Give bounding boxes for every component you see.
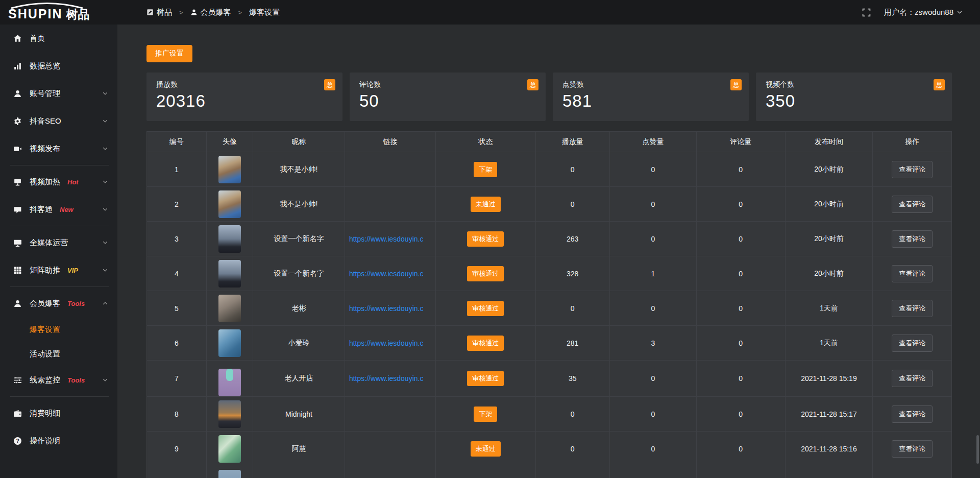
stat-card-label: 视频个数: [766, 80, 942, 89]
column-header: 头像: [206, 132, 253, 152]
sidebar-item-video-heat[interactable]: 视频加热 Hot: [0, 168, 117, 196]
view-comments-button[interactable]: 查看评论: [892, 230, 933, 248]
row-link[interactable]: https://www.iesdouyin.c: [349, 270, 424, 278]
stat-cards: 播放数 总 20316 评论数 总 50 点赞数 总 581 视频个数 总 35…: [146, 73, 952, 121]
sidebar-item-douketong[interactable]: 抖客通 New: [0, 196, 117, 223]
stat-card-label: 播放数: [156, 80, 333, 89]
stat-card-value: 20316: [156, 91, 333, 111]
status-badge: 未通过: [471, 441, 501, 457]
row-time: 20小时前: [785, 256, 873, 291]
stat-card-value: 350: [766, 91, 942, 111]
avatar: [218, 190, 241, 218]
sidebar-subitem-activity-settings[interactable]: 活动设置: [0, 342, 117, 366]
view-comments-button[interactable]: 查看评论: [892, 161, 933, 178]
row-plays: 263: [535, 222, 609, 256]
row-plays: 35: [535, 361, 609, 397]
status-badge: 下架: [474, 407, 497, 422]
chat-icon: [13, 205, 22, 214]
sidebar-item-video-publish[interactable]: 视频发布: [0, 135, 117, 162]
avatar: [218, 470, 241, 478]
row-link[interactable]: https://www.iesdouyin.c: [349, 304, 424, 313]
row-likes: [609, 466, 696, 478]
breadcrumb-item[interactable]: 树品: [146, 8, 172, 17]
row-comments: [697, 466, 785, 478]
row-link[interactable]: https://www.iesdouyin.c: [349, 339, 424, 347]
row-link[interactable]: https://www.iesdouyin.c: [349, 374, 424, 383]
row-likes: 0: [609, 432, 696, 466]
screen-icon: [13, 177, 22, 186]
video-icon: [13, 144, 22, 153]
row-likes: 0: [609, 397, 696, 432]
avatar: [218, 369, 241, 396]
sidebar-item-consumption-detail[interactable]: 消费明细: [0, 399, 117, 427]
stat-card-value: 581: [562, 91, 739, 111]
avatar: [218, 225, 241, 253]
row-id: 1: [147, 152, 207, 187]
table-row: 2 我不是小帅! 未通过 0 0 0 20小时前 查看评论: [147, 187, 952, 222]
row-link[interactable]: https://www.iesdouyin.c: [349, 235, 424, 243]
row-comments: 0: [697, 187, 785, 222]
sidebar-subitem-baoke-settings[interactable]: 爆客设置: [0, 317, 117, 342]
row-plays: 281: [535, 326, 609, 361]
view-comments-button[interactable]: 查看评论: [892, 405, 933, 423]
row-time: 2021-11-28 15:16: [785, 432, 873, 466]
sidebar-item-badge: VIP: [67, 267, 78, 274]
logo-zone: SHUPIN 树品: [0, 0, 117, 25]
row-likes: 0: [609, 291, 696, 326]
view-comments-button[interactable]: 查看评论: [892, 440, 933, 458]
sidebar-item-member-baoke[interactable]: 会员爆客 Tools: [0, 290, 117, 317]
stat-card-value: 50: [359, 91, 536, 111]
row-likes: 0: [609, 361, 696, 397]
status-badge: 审核通过: [467, 336, 504, 351]
table-row: 5 老彬 https://www.iesdouyin.c 审核通过 0 0 0 …: [147, 291, 952, 326]
column-header: 评论量: [697, 132, 785, 152]
view-comments-button[interactable]: 查看评论: [892, 300, 933, 317]
status-badge: 未通过: [471, 197, 501, 212]
sliders-icon: [13, 375, 22, 385]
fullscreen-icon[interactable]: [862, 8, 871, 17]
user-icon: [190, 9, 198, 16]
sidebar-item-badge: Tools: [67, 300, 85, 307]
row-nickname: 设置一个新名字: [253, 256, 345, 291]
view-comments-button[interactable]: 查看评论: [892, 265, 933, 282]
chevron-down-icon: [957, 9, 963, 15]
row-plays: 0: [535, 291, 609, 326]
sidebar-item-label: 账号管理: [30, 89, 60, 99]
promotion-settings-button[interactable]: 推广设置: [146, 45, 192, 62]
username-menu[interactable]: 用户名：zswodun88: [884, 8, 963, 17]
view-comments-button[interactable]: 查看评论: [892, 370, 933, 387]
view-comments-button[interactable]: 查看评论: [892, 196, 933, 213]
table-row: 9 阿慧 未通过 0 0 0 2021-11-28 15:16 查看评论: [147, 432, 952, 466]
row-comments: 0: [697, 152, 785, 187]
row-id: 7: [147, 361, 207, 397]
sidebar-item-account-management[interactable]: 账号管理: [0, 80, 117, 107]
sidebar-item-matrix-boost[interactable]: 矩阵助推 VIP: [0, 256, 117, 284]
row-id: 8: [147, 397, 207, 432]
sidebar-item-data-overview[interactable]: 数据总览: [0, 52, 117, 80]
sidebar-item-home[interactable]: 首页: [0, 25, 117, 52]
row-comments: 0: [697, 432, 785, 466]
view-comments-button[interactable]: 查看评论: [892, 334, 933, 352]
row-id: 6: [147, 326, 207, 361]
breadcrumb-item[interactable]: 会员爆客: [190, 8, 231, 17]
sidebar-item-clue-monitor[interactable]: 线索监控 Tools: [0, 366, 117, 394]
row-id: 5: [147, 291, 207, 326]
breadcrumb: 树品 > 会员爆客 > 爆客设置: [146, 8, 280, 17]
stat-card: 点赞数 总 581: [553, 73, 749, 121]
scrollbar-thumb[interactable]: [976, 435, 979, 464]
sidebar-item-badge: Tools: [67, 376, 85, 384]
row-time: 1天前: [785, 291, 873, 326]
row-nickname: 老彬: [253, 291, 345, 326]
row-nickname: 设置一个新名字: [253, 222, 345, 256]
sidebar-item-instructions[interactable]: ? 操作说明: [0, 427, 117, 455]
breadcrumb-item[interactable]: 爆客设置: [249, 8, 280, 17]
column-header: 编号: [147, 132, 207, 152]
row-comments: 0: [697, 222, 785, 256]
sidebar-subitem-label: 爆客设置: [30, 325, 60, 334]
row-nickname: 我不是小帅!: [253, 152, 345, 187]
row-id: [147, 466, 207, 478]
sidebar-item-media-operation[interactable]: 全媒体运营: [0, 229, 117, 256]
row-nickname: Midnight: [253, 397, 345, 432]
row-likes: 0: [609, 152, 696, 187]
sidebar-item-douyin-seo[interactable]: 抖音SEO: [0, 107, 117, 135]
